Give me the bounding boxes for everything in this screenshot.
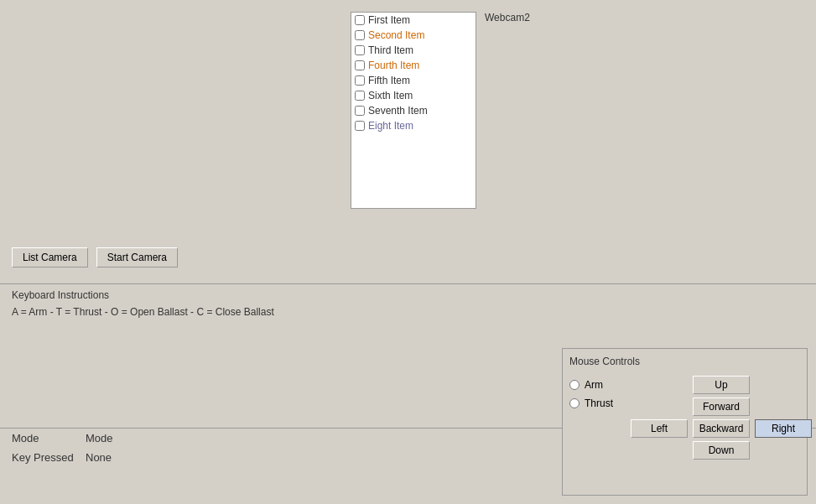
camera-checkbox[interactable] — [355, 75, 365, 86]
camera-list: First ItemSecond ItemThird ItemFourth It… — [351, 12, 476, 209]
main-container: First ItemSecond ItemThird ItemFourth It… — [0, 0, 816, 504]
right-button[interactable]: Right — [755, 419, 812, 438]
camera-item-label: Fifth Item — [368, 75, 410, 86]
camera-item-label: First Item — [368, 14, 410, 26]
radio-group: Arm Thrust — [569, 379, 613, 409]
radio-arm[interactable]: Arm — [569, 379, 613, 391]
direction-controls: Up Forward Left Backward Right Down — [630, 376, 813, 460]
camera-checkbox[interactable] — [355, 106, 365, 116]
forward-button[interactable]: Forward — [693, 397, 750, 416]
camera-list-item[interactable]: Fourth Item — [351, 58, 476, 73]
camera-item-label: Seventh Item — [368, 105, 428, 117]
camera-item-label: Second Item — [368, 29, 424, 41]
start-camera-button[interactable]: Start Camera — [96, 247, 178, 268]
camera-list-item[interactable]: Sixth Item — [351, 88, 476, 103]
mouse-controls-box: Mouse Controls Arm Thrust Up Forward Lef… — [562, 348, 808, 496]
down-button[interactable]: Down — [693, 441, 750, 460]
list-camera-button[interactable]: List Camera — [12, 247, 88, 268]
radio-thrust-label: Thrust — [585, 397, 613, 409]
camera-list-item[interactable]: Third Item — [351, 43, 476, 58]
radio-arm-input[interactable] — [569, 380, 580, 390]
radio-thrust-input[interactable] — [569, 398, 580, 408]
camera-list-item[interactable]: Eight Item — [351, 118, 476, 133]
mouse-controls-inner: Arm Thrust Up Forward Left Backward Righ… — [569, 376, 800, 460]
camera-checkbox[interactable] — [355, 60, 365, 70]
mode-label: Mode — [12, 432, 79, 444]
camera-item-label: Sixth Item — [368, 90, 413, 101]
key-pressed-value: None — [86, 451, 112, 464]
mode-row: Mode Mode — [12, 432, 113, 444]
key-pressed-label: Key Pressed — [12, 451, 79, 464]
camera-item-label: Third Item — [368, 44, 413, 56]
mode-value: Mode — [86, 432, 113, 444]
left-button[interactable]: Left — [631, 419, 688, 438]
camera-item-label: Eight Item — [368, 120, 413, 132]
camera-list-item[interactable]: Fifth Item — [351, 73, 476, 88]
camera-checkbox[interactable] — [355, 15, 365, 25]
buttons-row: List Camera Start Camera — [12, 247, 178, 268]
divider-1 — [0, 283, 816, 284]
camera-checkbox[interactable] — [355, 30, 365, 40]
camera-list-item[interactable]: First Item — [351, 13, 476, 28]
radio-arm-label: Arm — [585, 379, 603, 391]
mouse-controls-title: Mouse Controls — [569, 356, 800, 367]
keyboard-title: Keyboard Instructions — [12, 289, 274, 301]
webcam-label: Webcam2 — [485, 12, 530, 23]
camera-checkbox[interactable] — [355, 45, 365, 55]
camera-list-item[interactable]: Seventh Item — [351, 103, 476, 118]
backward-button[interactable]: Backward — [693, 419, 750, 438]
camera-list-item[interactable]: Second Item — [351, 28, 476, 43]
camera-checkbox[interactable] — [355, 91, 365, 101]
key-pressed-row: Key Pressed None — [12, 451, 113, 464]
keyboard-text: A = Arm - T = Thrust - O = Open Ballast … — [12, 306, 274, 318]
up-button[interactable]: Up — [693, 376, 750, 394]
radio-thrust[interactable]: Thrust — [569, 397, 613, 409]
camera-checkbox[interactable] — [355, 121, 365, 131]
status-area: Mode Mode Key Pressed None — [12, 432, 113, 470]
camera-item-label: Fourth Item — [368, 60, 419, 71]
keyboard-instructions: Keyboard Instructions A = Arm - T = Thru… — [12, 289, 274, 318]
